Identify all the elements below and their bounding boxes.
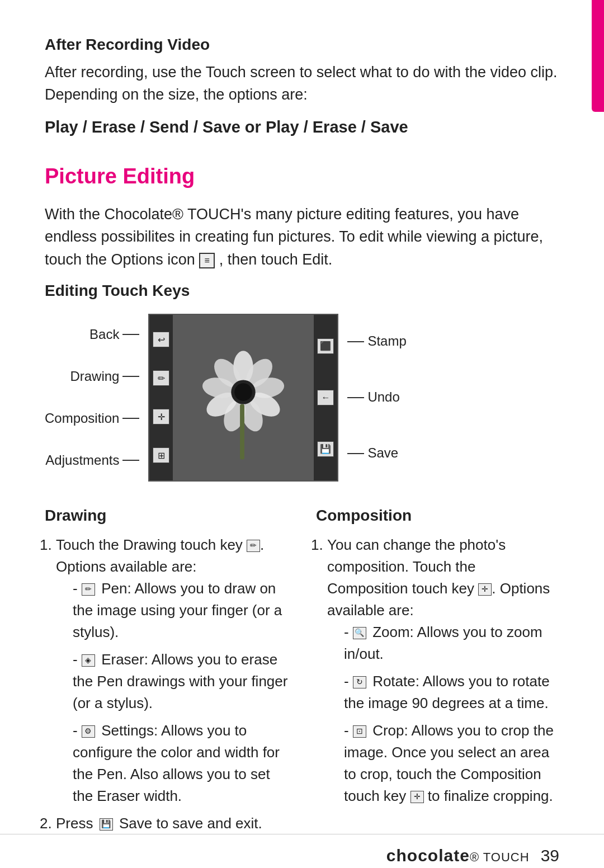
back-line bbox=[122, 334, 139, 335]
composition-key-icon: ✛ bbox=[153, 409, 169, 424]
options-icon: ≡ bbox=[199, 253, 215, 268]
composition-steps: You can change the photo's composition. … bbox=[316, 534, 559, 807]
composition-bullets: 🔍 Zoom: Allows you to zoom in/out. ↻ Rot… bbox=[327, 621, 559, 807]
stamp-line bbox=[347, 341, 364, 342]
eraser-icon: ◈ bbox=[82, 654, 95, 667]
diagram-right-labels: Stamp Undo Save bbox=[344, 314, 406, 482]
drawing-steps: Touch the Drawing touch key ✏. Options a… bbox=[45, 534, 288, 834]
brand-name: chocolate® TOUCH bbox=[386, 843, 530, 868]
drawing-bullet-pen: ✏ Pen: Allows you to draw on the image u… bbox=[73, 578, 288, 643]
picture-editing-heading: Picture Editing bbox=[45, 161, 559, 192]
drawing-subheading: Drawing bbox=[45, 504, 288, 527]
label-drawing: Drawing bbox=[45, 367, 143, 386]
stamp-key-icon: ⬛ bbox=[317, 338, 334, 354]
composition-bullet-crop: ⊡ Crop: Allows you to crop the image. On… bbox=[344, 720, 559, 807]
drawing-key-icon: ✏ bbox=[153, 370, 169, 386]
stamp-label: Stamp bbox=[367, 332, 406, 351]
label-undo: Undo bbox=[344, 388, 406, 407]
drawing-label: Drawing bbox=[70, 367, 119, 386]
page-footer: chocolate® TOUCH 39 bbox=[0, 834, 604, 868]
label-back: Back bbox=[45, 325, 143, 345]
label-adjustments: Adjustments bbox=[45, 451, 143, 470]
drawing-step1: Touch the Drawing touch key ✏. Options a… bbox=[56, 534, 288, 807]
settings-icon: ⚙ bbox=[82, 725, 95, 738]
label-save: Save bbox=[344, 444, 406, 463]
adjustments-line bbox=[122, 460, 139, 461]
picture-editing-intro: With the Chocolate® TOUCH's many picture… bbox=[45, 203, 559, 271]
undo-line bbox=[347, 397, 364, 398]
composition-touch-key-icon2: ✛ bbox=[410, 791, 424, 803]
composition-subheading: Composition bbox=[316, 504, 559, 527]
photo-frame: ↩ ✏ ✛ ⊞ ⬛ ← 💾 bbox=[148, 314, 338, 482]
svg-point-11 bbox=[235, 383, 253, 401]
after-recording-body: After recording, use the Touch screen to… bbox=[45, 61, 559, 106]
save-line bbox=[347, 453, 364, 454]
adjustments-label: Adjustments bbox=[45, 451, 119, 470]
drawing-column: Drawing Touch the Drawing touch key ✏. O… bbox=[45, 504, 288, 840]
composition-line bbox=[122, 418, 139, 419]
drawing-bullet-eraser: ◈ Eraser: Allows you to erase the Pen dr… bbox=[73, 649, 288, 714]
zoom-icon: 🔍 bbox=[353, 627, 366, 639]
drawing-bullet-settings: ⚙ Settings: Allows you to configure the … bbox=[73, 720, 288, 807]
save-label-diagram: Save bbox=[367, 444, 398, 463]
accent-bar bbox=[592, 0, 604, 112]
drawing-touch-key-icon: ✏ bbox=[247, 540, 260, 552]
flower-image bbox=[149, 315, 337, 480]
adjustments-key-icon: ⊞ bbox=[153, 447, 169, 463]
undo-label: Undo bbox=[367, 388, 399, 407]
save-key-icon: 💾 bbox=[317, 441, 334, 457]
after-recording-heading: After Recording Video bbox=[45, 34, 559, 56]
pen-icon: ✏ bbox=[82, 583, 95, 596]
composition-step1: You can change the photo's composition. … bbox=[327, 534, 559, 807]
label-stamp: Stamp bbox=[344, 332, 406, 351]
crop-icon: ⊡ bbox=[353, 725, 366, 738]
drawing-step2: Press 💾 Save to save and exit. bbox=[56, 813, 288, 834]
drawing-line bbox=[122, 376, 139, 377]
editing-touch-keys-heading: Editing Touch Keys bbox=[45, 280, 559, 303]
composition-touch-key-icon: ✛ bbox=[478, 583, 492, 596]
rotate-icon: ↻ bbox=[353, 676, 366, 688]
drawing-composition-section: Drawing Touch the Drawing touch key ✏. O… bbox=[45, 504, 559, 840]
diagram-left-labels: Back Drawing Composition Adjustments bbox=[45, 314, 143, 482]
drawing-bullets: ✏ Pen: Allows you to draw on the image u… bbox=[56, 578, 288, 807]
back-label: Back bbox=[89, 325, 119, 345]
label-composition: Composition bbox=[45, 409, 143, 428]
undo-key-icon: ← bbox=[317, 390, 334, 405]
editing-diagram: Back Drawing Composition Adjustments ↩ ✏… bbox=[45, 314, 559, 482]
play-erase-options: Play / Erase / Send / Save or Play / Era… bbox=[45, 115, 559, 139]
composition-bullet-rotate: ↻ Rotate: Allows you to rotate the image… bbox=[344, 671, 559, 714]
composition-bullet-zoom: 🔍 Zoom: Allows you to zoom in/out. bbox=[344, 621, 559, 665]
composition-label: Composition bbox=[45, 409, 119, 428]
composition-column: Composition You can change the photo's c… bbox=[316, 504, 559, 840]
back-key-icon: ↩ bbox=[153, 332, 169, 347]
page-number: 39 bbox=[541, 843, 559, 868]
save-step2-icon: 💾 bbox=[100, 818, 113, 831]
svg-rect-12 bbox=[240, 404, 244, 460]
